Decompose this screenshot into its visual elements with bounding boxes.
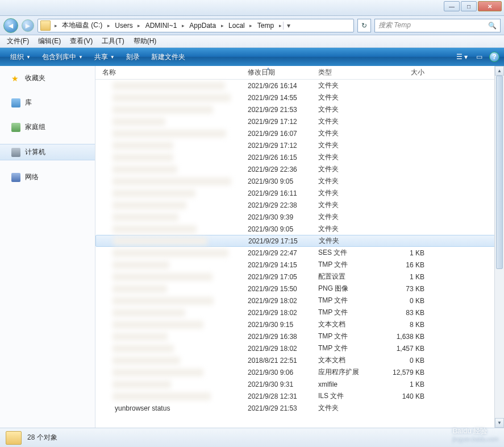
cmd-organize[interactable]: 组织▼ bbox=[5, 49, 36, 65]
cell-name bbox=[95, 345, 243, 353]
breadcrumb[interactable]: 本地磁盘 (C:) bbox=[59, 19, 106, 32]
status-text: 28 个对象 bbox=[27, 433, 57, 442]
cell-type: 文件夹 bbox=[314, 105, 378, 114]
table-row[interactable]: 2021/9/29 14:15TMP 文件16 KB bbox=[95, 259, 504, 271]
minimize-button[interactable]: — bbox=[444, 1, 460, 11]
menu-help[interactable]: 帮助(H) bbox=[129, 35, 161, 48]
folder-icon bbox=[6, 431, 22, 445]
table-row[interactable]: 2021/9/29 15:50PNG 图像73 KB bbox=[95, 283, 504, 295]
chevron-right-icon[interactable]: ▸ bbox=[219, 23, 225, 28]
table-row[interactable]: 2021/9/29 14:55文件夹 bbox=[95, 92, 504, 104]
breadcrumb[interactable]: Users bbox=[111, 19, 136, 32]
cell-name bbox=[95, 249, 243, 257]
breadcrumb[interactable]: Local bbox=[225, 19, 248, 32]
breadcrumb[interactable]: AppData bbox=[186, 19, 219, 32]
table-row[interactable]: 2021/9/26 16:15文件夹 bbox=[95, 151, 504, 163]
chevron-right-icon[interactable]: ▸ bbox=[53, 23, 59, 28]
cmd-burn[interactable]: 刻录 bbox=[120, 49, 145, 65]
menu-tools[interactable]: 工具(T) bbox=[97, 35, 128, 48]
cell-type: 文件夹 bbox=[314, 188, 378, 198]
address-dropdown[interactable]: ▾ bbox=[283, 22, 293, 30]
address-bar[interactable]: ▸ 本地磁盘 (C:) ▸ Users ▸ ADMINI~1 ▸ AppData… bbox=[38, 19, 354, 32]
file-list-pane: ▲ 名称 修改日期 类型 大小 2021/9/26 16:14文件夹2021/9… bbox=[95, 66, 504, 428]
chevron-right-icon[interactable]: ▸ bbox=[136, 23, 142, 28]
table-row[interactable]: 2021/9/29 18:02TMP 文件0 KB bbox=[95, 295, 504, 307]
table-row[interactable]: 2021/9/29 18:02TMP 文件1,457 KB bbox=[95, 342, 504, 354]
view-options-button[interactable]: ☰ ▾ bbox=[455, 51, 469, 63]
maximize-button[interactable]: □ bbox=[461, 1, 477, 11]
table-row[interactable]: 2021/9/26 16:14文件夹 bbox=[95, 80, 504, 92]
table-row[interactable]: 2021/9/29 17:12文件夹 bbox=[95, 115, 504, 127]
cell-type: 文件夹 bbox=[314, 164, 378, 174]
table-row[interactable]: 2021/9/29 17:05配置设置1 KB bbox=[95, 271, 504, 283]
cell-type: TMP 文件 bbox=[314, 296, 378, 305]
sidebar-item-favorites[interactable]: ★收藏夹 bbox=[0, 71, 95, 86]
cell-type: 文件夹 bbox=[314, 129, 378, 138]
sidebar-item-homegroup[interactable]: 家庭组 bbox=[0, 119, 95, 135]
cell-name bbox=[95, 285, 243, 293]
column-header-type[interactable]: 类型 bbox=[314, 68, 378, 77]
table-row[interactable]: 2021/9/29 21:53文件夹 bbox=[95, 104, 504, 115]
cmd-new-folder[interactable]: 新建文件夹 bbox=[145, 49, 191, 65]
column-header-name[interactable]: 名称 bbox=[95, 68, 243, 77]
chevron-right-icon[interactable]: ▸ bbox=[106, 23, 111, 28]
cell-date: 2021/9/29 16:07 bbox=[243, 130, 314, 138]
cmd-include-library[interactable]: 包含到库中▼ bbox=[36, 49, 89, 65]
menu-edit[interactable]: 编辑(E) bbox=[34, 35, 65, 48]
table-row[interactable]: 2021/9/29 17:15文件夹 bbox=[95, 235, 504, 247]
column-header-size[interactable]: 大小 bbox=[378, 68, 435, 77]
refresh-button[interactable]: ↻ bbox=[357, 19, 371, 32]
table-row[interactable]: 2021/9/30 9:39文件夹 bbox=[95, 211, 504, 223]
sidebar-item-network[interactable]: 网络 bbox=[0, 169, 95, 185]
table-row[interactable]: 2021/9/29 22:47SES 文件1 KB bbox=[95, 247, 504, 259]
close-button[interactable]: ✕ bbox=[478, 1, 502, 11]
cell-date: 2021/9/30 9:39 bbox=[243, 213, 314, 221]
table-row[interactable]: 2021/9/29 16:07文件夹 bbox=[95, 127, 504, 139]
search-input[interactable]: 搜索 Temp 🔍 bbox=[374, 19, 501, 32]
table-row[interactable]: 2021/9/30 9:31xmlfile1 KB bbox=[95, 378, 504, 390]
table-row[interactable]: 2021/9/29 22:38文件夹 bbox=[95, 199, 504, 211]
sidebar-item-computer[interactable]: 计算机 bbox=[0, 144, 95, 160]
table-row[interactable]: 2021/9/30 9:06应用程序扩展12,579 KB bbox=[95, 366, 504, 378]
cell-size: 73 KB bbox=[378, 285, 435, 293]
chevron-right-icon[interactable]: ▸ bbox=[277, 23, 283, 28]
chevron-right-icon[interactable]: ▸ bbox=[180, 23, 186, 28]
table-row[interactable]: 2021/9/29 17:12文件夹 bbox=[95, 139, 504, 151]
scrollbar-thumb[interactable] bbox=[496, 76, 503, 269]
table-row[interactable]: 2021/9/30 9:05文件夹 bbox=[95, 223, 504, 235]
cell-date: 2021/9/30 9:05 bbox=[243, 177, 314, 185]
forward-button[interactable]: ► bbox=[22, 19, 34, 32]
table-row[interactable]: 2021/9/29 16:11文件夹 bbox=[95, 187, 504, 199]
cell-date: 2021/9/29 22:47 bbox=[243, 249, 314, 257]
cmd-share[interactable]: 共享▼ bbox=[89, 49, 120, 65]
breadcrumb[interactable]: ADMINI~1 bbox=[142, 19, 181, 32]
column-header-date[interactable]: 修改日期 bbox=[243, 68, 314, 77]
table-row[interactable]: 2021/9/29 22:36文件夹 bbox=[95, 163, 504, 175]
table-row[interactable]: 2021/9/30 9:15文本文档8 KB bbox=[95, 318, 504, 330]
help-button[interactable]: ? bbox=[489, 52, 499, 62]
chevron-right-icon[interactable]: ▸ bbox=[248, 23, 254, 28]
table-row[interactable]: 2021/9/29 18:02TMP 文件83 KB bbox=[95, 307, 504, 318]
table-row[interactable]: 2018/8/21 22:51文本文档0 KB bbox=[95, 354, 504, 366]
cell-date: 2018/8/21 22:51 bbox=[243, 357, 314, 365]
cell-size: 8 KB bbox=[378, 321, 435, 329]
vertical-scrollbar[interactable]: ▲ ▼ bbox=[494, 66, 504, 428]
cell-type: xmlfile bbox=[314, 380, 378, 388]
scroll-down-button[interactable]: ▼ bbox=[495, 418, 504, 428]
table-row[interactable]: 2021/9/28 12:31ILS 文件140 KB bbox=[95, 390, 504, 402]
menu-view[interactable]: 查看(V) bbox=[65, 35, 97, 48]
cell-name bbox=[95, 189, 243, 197]
cell-date: 2021/9/29 18:02 bbox=[243, 297, 314, 305]
preview-pane-button[interactable]: ▭ bbox=[472, 51, 486, 63]
table-row[interactable]: 2021/9/30 9:05文件夹 bbox=[95, 175, 504, 187]
cell-name bbox=[95, 213, 243, 221]
table-row[interactable]: 2021/9/29 16:38TMP 文件1,638 KB bbox=[95, 330, 504, 342]
cell-name bbox=[95, 369, 243, 376]
menu-file[interactable]: 文件(F) bbox=[2, 35, 34, 48]
breadcrumb[interactable]: Temp bbox=[254, 19, 277, 32]
cell-name bbox=[95, 333, 243, 341]
scroll-up-button[interactable]: ▲ bbox=[495, 66, 504, 76]
back-button[interactable]: ◄ bbox=[3, 18, 18, 33]
sidebar-item-libraries[interactable]: 库 bbox=[0, 95, 95, 110]
table-row[interactable]: yunbrowser status2021/9/29 21:53文件夹 bbox=[95, 402, 504, 414]
